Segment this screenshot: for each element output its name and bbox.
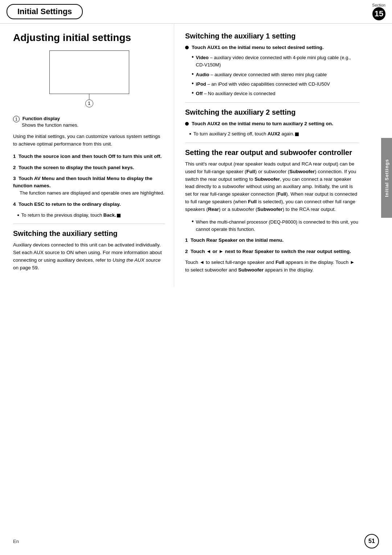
small-square-aux2 xyxy=(295,132,299,136)
step-4: 4 Touch ESC to return to the ordinary di… xyxy=(13,201,165,208)
rear-step-2: 2 Touch ◄ or ► next to Rear Speaker to s… xyxy=(185,248,359,255)
section-label: Section xyxy=(372,3,385,7)
step-1: 1 Touch the source icon and then touch O… xyxy=(13,153,165,160)
page-title: Adjusting initial settings xyxy=(13,32,165,44)
rear-body: This unit's rear output (rear speaker le… xyxy=(185,160,359,213)
function-display-desc: Shows the function names. xyxy=(22,122,78,128)
rear-step-2-detail: Touch ◄ to select full-range speaker and… xyxy=(185,259,359,274)
diagram-box: 1 xyxy=(49,50,129,94)
page-header: Initial Settings Section 15 xyxy=(0,0,392,24)
function-display-label: Function display xyxy=(23,116,60,121)
divider-2 xyxy=(185,102,359,103)
aux1-bullet-video: Video – auxiliary video device connected… xyxy=(192,54,359,69)
step-4-bullet: To return to the previous display, touch… xyxy=(17,212,165,219)
rear-step-1: 1 Touch Rear Speaker on the initial menu… xyxy=(185,237,359,244)
divider-1 xyxy=(13,224,165,224)
side-tab: Initial Settings xyxy=(381,138,392,218)
step-3: 3 Touch AV Menu and then touch Initial M… xyxy=(13,175,165,197)
dot-icon-2 xyxy=(185,122,189,126)
function-display-note: 1 Function display Shows the function na… xyxy=(13,116,165,128)
header-title: Initial Settings xyxy=(17,7,72,16)
page-footer: En 51 xyxy=(0,534,392,548)
aux-intro: Auxiliary devices connected to this unit… xyxy=(13,241,165,272)
aux1-dot: Touch AUX1 on the initial menu to select… xyxy=(185,44,359,51)
intro-text: Using the initial settings, you can cust… xyxy=(13,133,165,148)
side-tab-text: Initial Settings xyxy=(384,159,389,197)
header-title-box: Initial Settings xyxy=(7,4,83,19)
aux2-dot: Touch AUX2 on the initial menu to turn a… xyxy=(185,120,359,127)
section-number: 15 xyxy=(372,7,385,20)
aux-section-title: Switching the auxiliary setting xyxy=(13,229,165,238)
small-square-back xyxy=(117,214,121,217)
footer-lang: En xyxy=(13,539,19,544)
dot-icon-1 xyxy=(185,46,189,49)
aux1-title: Switching the auxiliary 1 setting xyxy=(185,32,359,40)
aux1-bullet-ipod: iPod – an iPod with video capabilities c… xyxy=(192,81,359,88)
header-section: Section 15 xyxy=(372,3,385,20)
diagram-container: 1 xyxy=(13,50,165,97)
aux1-bullet-off: Off – No auxiliary device is connected xyxy=(192,90,359,97)
diagram-wrapper: 1 xyxy=(49,50,129,97)
main-content: Adjusting initial settings 1 1 Function … xyxy=(0,24,392,287)
aux2-bullet: To turn auxiliary 2 setting off, touch A… xyxy=(189,130,359,138)
left-column: Adjusting initial settings 1 1 Function … xyxy=(0,24,174,287)
circle-num-1: 1 xyxy=(13,116,20,122)
diagram-number: 1 xyxy=(85,99,93,107)
step-2: 2 Touch the screen to display the touch … xyxy=(13,164,165,171)
rear-title: Setting the rear output and subwoofer co… xyxy=(185,148,359,157)
rear-bullet: When the multi-channel processor (DEQ-P8… xyxy=(192,219,359,233)
aux1-bullet-audio: Audio – auxiliary device connected with … xyxy=(192,71,359,78)
aux2-title: Switching the auxiliary 2 setting xyxy=(185,108,359,117)
footer-page: 51 xyxy=(364,534,379,548)
divider-3 xyxy=(185,143,359,143)
right-column: Switching the auxiliary 1 setting Touch … xyxy=(174,24,377,287)
